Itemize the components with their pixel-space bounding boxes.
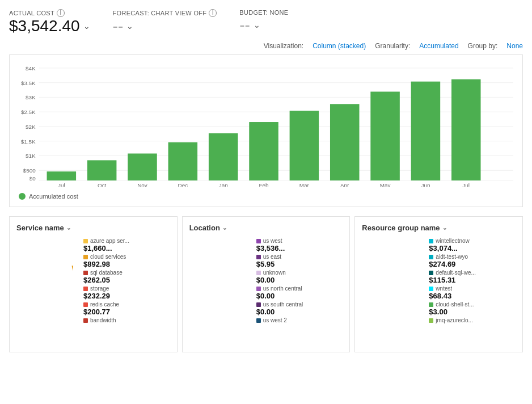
svg-text:$500: $500 [23,167,36,174]
card-service-chevron-icon: ⌄ [66,225,71,231]
svg-text:$2.5K: $2.5K [21,109,36,115]
legend-color-swatch [83,255,88,259]
svg-text:Nov: Nov [137,182,147,187]
svg-text:Jul: Jul [58,182,65,187]
legend-item-value: $0.00 [256,308,343,316]
legend-color-swatch [256,239,261,243]
card-location-legend: us west$3,536...us east$5.95unknown$0.00… [256,238,343,323]
svg-rect-27 [411,82,441,180]
forecast-block: FORECAST: CHART VIEW OFF i -- ⌄ [113,9,217,35]
legend-color-swatch [83,302,88,307]
legend-item-value: $0.00 [256,292,343,300]
granularity-value[interactable]: Accumulated [419,42,458,50]
granularity-label: Granularity: [375,42,410,50]
card-location-body: us west$3,536...us east$5.95unknown$0.00… [189,238,343,323]
legend-dot-accumulated [19,193,26,200]
list-item: aidt-test-wyo$274.69 [429,254,516,268]
card-location: Location ⌄us west$3,536...us east$5.95un… [182,216,351,352]
legend-item-name: storage [90,285,109,292]
legend-item-value: $3,536... [256,244,343,253]
svg-point-47 [32,254,57,279]
list-item: sql database$262.05 [83,270,170,284]
visualization-value[interactable]: Column (stacked) [313,42,366,50]
actual-cost-label: ACTUAL COST i [9,9,90,17]
visualization-label: Visualization: [264,42,304,50]
card-resource-group-body: wintellectnow$3,074...aidt-test-wyo$274.… [362,238,516,323]
forecast-value[interactable]: -- ⌄ [113,17,217,35]
list-item: redis cache$200.77 [83,301,170,316]
svg-point-57 [378,254,403,279]
list-item: cloud-shell-st...$3.00 [429,301,516,316]
card-resource-group: Resource group name ⌄wintellectnow$3,074… [354,216,523,352]
budget-chevron-icon[interactable]: ⌄ [254,20,260,30]
actual-cost-block: ACTUAL COST i $3,542.40 ⌄ [9,9,90,35]
legend-item-name: wntest [436,285,452,292]
card-location-header[interactable]: Location ⌄ [189,224,343,232]
actual-cost-chevron-icon[interactable]: ⌄ [83,22,90,31]
actual-cost-value[interactable]: $3,542.40 ⌄ [9,17,90,35]
list-item: us west 2 [256,317,343,323]
budget-block: BUDGET: NONE -- ⌄ [239,9,288,34]
legend-color-swatch [429,318,433,323]
legend-color-swatch [429,271,433,275]
svg-text:Mar: Mar [299,182,310,187]
svg-text:Feb: Feb [259,182,269,187]
svg-rect-25 [330,104,360,180]
card-location-chevron-icon: ⌄ [222,225,227,231]
svg-point-41 [72,238,73,285]
list-item: unknown$0.00 [256,270,343,284]
legend-color-swatch [429,287,433,291]
budget-value[interactable]: -- ⌄ [239,16,288,34]
legend-item-name: default-sql-we... [436,270,476,276]
svg-text:Dec: Dec [178,182,188,187]
svg-text:Jun: Jun [421,182,430,187]
forecast-label: FORECAST: CHART VIEW OFF i [113,9,217,17]
legend-item-name: redis cache [90,301,119,308]
list-item: jmq-azureclo... [429,317,516,323]
forecast-info-icon[interactable]: i [209,9,217,17]
legend-item-name: sql database [90,270,123,276]
bar-chart: $4K $3.5K $3K $2.5K $2K $1.5K $1K $500 $… [19,62,513,188]
legend-item-name: us east [263,254,281,260]
list-item: storage$232.29 [83,285,170,300]
card-service-donut [16,238,79,300]
card-location-title: Location [189,224,220,232]
svg-text:$0: $0 [29,175,36,182]
legend-item-value: $115.31 [429,276,516,284]
legend-color-swatch [256,287,261,291]
legend-color-swatch [256,302,261,307]
forecast-chevron-icon[interactable]: ⌄ [126,22,133,31]
chart-area: $4K $3.5K $3K $2.5K $2K $1.5K $1K $500 $… [9,54,523,207]
legend-item-value: $892.98 [83,260,170,268]
actual-cost-info-icon[interactable]: i [57,9,65,17]
svg-text:$3K: $3K [26,94,36,100]
group-by-value[interactable]: None [506,42,523,50]
svg-text:$4K: $4K [26,65,36,71]
legend-item-name: us north central [263,285,302,292]
legend-item-name: bandwidth [90,317,116,323]
budget-label: BUDGET: NONE [239,9,288,16]
chart-svg: $4K $3.5K $3K $2.5K $2K $1.5K $1K $500 $… [19,62,513,187]
svg-text:$2K: $2K [26,124,36,130]
legend-item-value: $5.95 [256,260,343,268]
card-service-header[interactable]: Service name ⌄ [16,224,170,232]
svg-text:$1.5K: $1.5K [21,138,36,145]
legend-color-swatch [429,255,433,259]
legend-item-name: us west 2 [263,317,287,323]
card-resource-group-header[interactable]: Resource group name ⌄ [362,224,516,232]
svg-text:Jul: Jul [462,182,470,187]
legend-item-value: $262.05 [83,276,170,284]
legend-item-value: $68.43 [429,292,516,300]
viz-controls: Visualization: Column (stacked) Granular… [9,42,523,50]
legend-item-name: wintellectnow [436,238,469,244]
list-item: bandwidth [83,317,170,323]
svg-text:$3.5K: $3.5K [21,80,36,86]
svg-rect-26 [370,92,400,181]
list-item: us north central$0.00 [256,285,343,300]
svg-point-50 [205,254,230,279]
card-location-donut [189,238,252,300]
legend-item-value: $3.00 [429,308,516,316]
chart-legend: Accumulated cost [19,193,513,200]
legend-color-swatch [429,302,433,307]
card-resource-group-legend: wintellectnow$3,074...aidt-test-wyo$274.… [429,238,516,323]
